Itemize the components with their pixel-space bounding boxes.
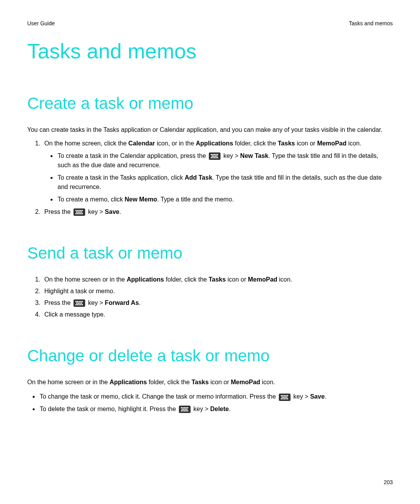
send-step-4: Click a message type. xyxy=(42,310,393,319)
heading-create: Create a task or memo xyxy=(27,94,393,113)
heading-change: Change or delete a task or memo xyxy=(27,346,393,365)
create-steps: On the home screen, click the Calendar i… xyxy=(42,139,393,217)
header-left: User Guide xyxy=(27,20,55,26)
send-step-3: Press the key > Forward As. xyxy=(42,298,393,308)
create-sub-1: To create a task in the Calendar applica… xyxy=(57,151,393,170)
change-intro: On the home screen or in the Application… xyxy=(27,378,393,387)
send-step-2: Highlight a task or memo. xyxy=(42,287,393,296)
section-create: Create a task or memo You can create tas… xyxy=(27,94,393,217)
header-right: Tasks and memos xyxy=(349,20,393,26)
page-number: 203 xyxy=(384,479,393,485)
send-steps: On the home screen or in the Application… xyxy=(42,275,393,319)
menu-key-icon xyxy=(74,208,85,216)
change-bullet-2: To delete the task or memo, highlight it… xyxy=(39,404,393,414)
page-title: Tasks and memos xyxy=(27,39,393,63)
change-bullet-1: To change the task or memo, click it. Ch… xyxy=(39,391,393,402)
page-header: User Guide Tasks and memos xyxy=(27,20,393,26)
create-step-2: Press the key > Save. xyxy=(42,207,393,217)
create-intro: You can create tasks in the Tasks applic… xyxy=(27,125,393,134)
menu-key-icon xyxy=(279,394,290,401)
change-bullets: To change the task or memo, click it. Ch… xyxy=(39,391,393,414)
menu-key-icon xyxy=(209,152,220,160)
section-change: Change or delete a task or memo On the h… xyxy=(27,346,393,414)
create-sub-2: To create a task in the Tasks applicatio… xyxy=(57,173,393,192)
menu-key-icon xyxy=(74,299,85,307)
heading-send: Send a task or memo xyxy=(27,244,393,262)
menu-key-icon xyxy=(179,406,191,413)
create-sub-3: To create a memo, click New Memo. Type a… xyxy=(57,195,393,204)
send-step-1: On the home screen or in the Application… xyxy=(42,275,393,284)
section-send: Send a task or memo On the home screen o… xyxy=(27,244,393,319)
create-substeps: To create a task in the Calendar applica… xyxy=(57,151,393,204)
create-step-1: On the home screen, click the Calendar i… xyxy=(42,139,393,204)
